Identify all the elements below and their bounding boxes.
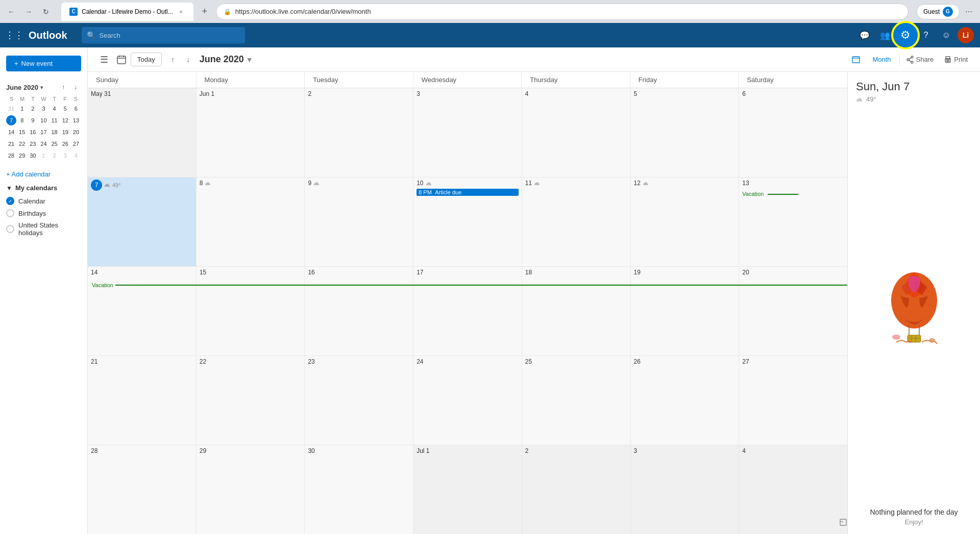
calendar-cell-jun5[interactable]: 5	[631, 88, 739, 177]
mini-day-today[interactable]: 7	[6, 115, 16, 125]
calendar-cell-jun2[interactable]: 2	[305, 88, 413, 177]
calendar-cell-jun4[interactable]: 4	[522, 88, 630, 177]
calendar-cell-jun16[interactable]: 16	[305, 267, 413, 355]
calendar-cell-jun6[interactable]: 6	[739, 88, 847, 177]
settings-icon-btn[interactable]: ⚙ ⚙	[896, 26, 915, 44]
mini-day[interactable]: 1	[17, 104, 27, 114]
mini-day[interactable]: 14	[6, 127, 16, 137]
mini-day[interactable]: 4	[50, 104, 60, 114]
calendar-cell-jun27[interactable]: 27	[739, 356, 847, 445]
calendar-cell-jun23[interactable]: 23	[305, 356, 413, 445]
skype-icon[interactable]: 💬	[855, 26, 874, 44]
calendar-view-icon[interactable]	[848, 53, 864, 66]
mini-day[interactable]: 2	[28, 104, 38, 114]
mini-day[interactable]: 11	[50, 115, 60, 125]
mini-day[interactable]: 28	[6, 150, 16, 161]
calendar-cell-jun19[interactable]: 19	[631, 267, 739, 355]
search-box[interactable]: 🔍	[82, 27, 245, 43]
guest-profile-button[interactable]: Guest G	[917, 4, 960, 19]
calendar-cell-jun13[interactable]: 13 Vacation	[739, 177, 847, 266]
calendar-cell-jun18[interactable]: 18	[522, 267, 630, 355]
user-avatar[interactable]: Li	[958, 27, 974, 43]
mini-day[interactable]: 22	[17, 139, 27, 149]
calendar-cell-jun3[interactable]: 3	[413, 88, 522, 177]
my-calendars-header[interactable]: ▼ My calendars	[0, 181, 87, 195]
mini-cal-title[interactable]: June 2020 ▾	[6, 84, 43, 91]
calendar-cell-jun25[interactable]: 25	[522, 356, 630, 445]
mini-day[interactable]: 19	[60, 127, 70, 137]
mini-day[interactable]: 12	[60, 115, 70, 125]
calendar-cell-jun28[interactable]: 28	[88, 445, 196, 534]
mini-day[interactable]: 16	[28, 127, 38, 137]
share-button[interactable]: Share	[902, 53, 938, 66]
new-tab-button[interactable]: +	[198, 5, 212, 19]
mini-day[interactable]: 6	[71, 104, 81, 114]
prev-month-button[interactable]: ↑	[166, 53, 180, 67]
calendar-cell-jun14[interactable]: 14	[88, 267, 196, 355]
calendar-cell-jul1[interactable]: Jul 1	[413, 445, 522, 534]
mini-cal-next[interactable]: ↓	[70, 82, 81, 93]
next-month-button[interactable]: ↓	[181, 53, 195, 67]
mini-day[interactable]: 25	[50, 139, 60, 149]
calendar-cell-jul2[interactable]: 2	[522, 445, 630, 534]
calendar-cell-jun29[interactable]: 29	[197, 445, 305, 534]
mini-day[interactable]: 9	[28, 115, 38, 125]
mini-day[interactable]: 3	[60, 150, 70, 161]
calendar-item-holidays[interactable]: United States holidays	[0, 219, 87, 239]
calendar-cell-jun15[interactable]: 15	[197, 267, 305, 355]
calendar-cell-jun21[interactable]: 21	[88, 356, 196, 445]
today-button[interactable]: Today	[131, 53, 162, 66]
mini-day[interactable]: 21	[6, 139, 16, 149]
month-view-button[interactable]: Month	[866, 53, 897, 66]
mini-day[interactable]: 20	[71, 127, 81, 137]
calendar-cell-jun11[interactable]: 11	[522, 177, 630, 266]
calendar-cell-jun10[interactable]: 10 8 PM Article due	[413, 177, 522, 266]
mini-day[interactable]: 26	[60, 139, 70, 149]
forward-button[interactable]: →	[21, 5, 36, 19]
calendar-checkbox-birthdays[interactable]	[6, 209, 14, 217]
mini-day[interactable]: 1	[38, 150, 48, 161]
calendar-item-birthdays[interactable]: Birthdays	[0, 207, 87, 219]
calendar-cell-jul3[interactable]: 3	[631, 445, 739, 534]
calendar-checkbox-holidays[interactable]	[6, 225, 14, 233]
calendar-cell-jun22[interactable]: 22	[197, 356, 305, 445]
people-icon[interactable]: 👥	[876, 26, 894, 44]
calendar-cell-may31[interactable]: May 31	[88, 88, 196, 177]
calendar-cell-jun8[interactable]: 8	[197, 177, 305, 266]
mini-day[interactable]: 2	[50, 150, 60, 161]
mini-day[interactable]: 23	[28, 139, 38, 149]
event-article-due[interactable]: 8 PM Article due	[416, 189, 519, 196]
mini-day[interactable]: 4	[71, 150, 81, 161]
calendar-item-calendar[interactable]: Calendar	[0, 195, 87, 207]
calendar-checkbox-calendar[interactable]	[6, 197, 14, 205]
mini-day[interactable]: 27	[71, 139, 81, 149]
back-button[interactable]: ←	[4, 5, 18, 19]
mini-day[interactable]: 5	[60, 104, 70, 114]
mini-day[interactable]: 24	[38, 139, 48, 149]
calendar-cell-jun9[interactable]: 9	[305, 177, 413, 266]
calendar-cell-jun12[interactable]: 12	[631, 177, 739, 266]
refresh-button[interactable]: ↻	[39, 5, 53, 19]
mini-day[interactable]: 10	[38, 115, 48, 125]
waffle-menu-icon[interactable]: ⋮⋮	[6, 27, 22, 43]
mini-day[interactable]: 31	[6, 104, 16, 114]
mini-day[interactable]: 29	[17, 150, 27, 161]
calendar-cell-jun26[interactable]: 26	[631, 356, 739, 445]
add-calendar-button[interactable]: + Add calendar	[0, 167, 87, 181]
mini-day[interactable]: 13	[71, 115, 81, 125]
mini-cal-prev[interactable]: ↑	[58, 82, 69, 93]
print-button[interactable]: Print	[940, 53, 972, 66]
mini-day[interactable]: 17	[38, 127, 48, 137]
calendar-cell-jun1[interactable]: Jun 1	[197, 88, 305, 177]
mini-day[interactable]: 30	[28, 150, 38, 161]
mini-day[interactable]: 15	[17, 127, 27, 137]
tab-close-button[interactable]: ×	[177, 8, 185, 16]
browser-tab[interactable]: C Calendar - Lifewire Demo - Outl... ×	[61, 3, 193, 21]
calendar-cell-jun7[interactable]: 7 49°	[88, 177, 196, 266]
calendar-cell-jun24[interactable]: 24	[413, 356, 522, 445]
mini-day[interactable]: 18	[50, 127, 60, 137]
calendar-cell-jun30[interactable]: 30	[305, 445, 413, 534]
calendar-cell-jul4[interactable]: 4	[739, 445, 847, 534]
new-event-button[interactable]: + New event	[6, 56, 81, 71]
calendar-cell-jun20[interactable]: 20	[739, 267, 847, 355]
